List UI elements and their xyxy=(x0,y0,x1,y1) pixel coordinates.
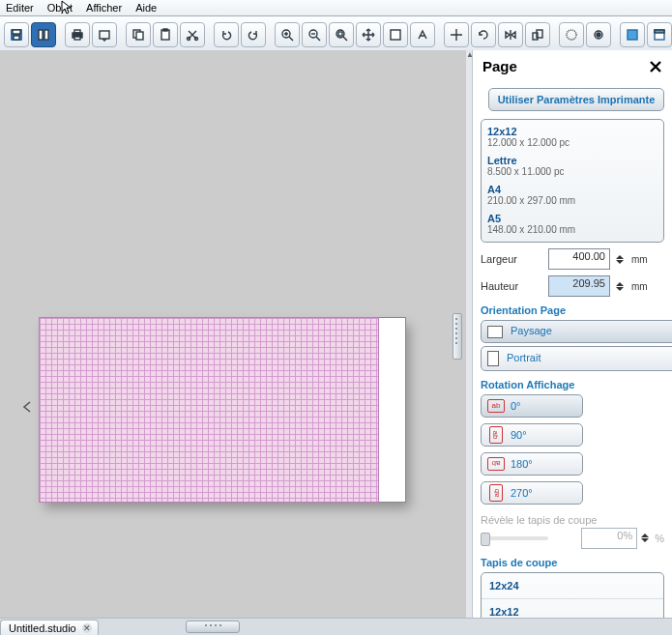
svg-rect-8 xyxy=(100,31,109,39)
rotation-icon: ab xyxy=(487,457,505,471)
bottom-bar: Untitled.studio ✕ xyxy=(0,618,672,635)
panel-title: Page xyxy=(482,58,517,74)
close-panel-button[interactable] xyxy=(649,60,662,73)
svg-rect-18 xyxy=(338,32,342,36)
cut-button[interactable] xyxy=(180,22,205,47)
effects-1-button[interactable] xyxy=(559,22,584,47)
cut-send-button[interactable] xyxy=(92,22,117,47)
height-stepper[interactable] xyxy=(616,276,626,296)
rotation-title: Rotation Affichage xyxy=(481,379,664,390)
fit-page-button[interactable] xyxy=(383,22,408,47)
orientation-title: Orientation Page xyxy=(481,304,664,316)
document-tab-title: Untitled.studio xyxy=(9,622,76,634)
height-input[interactable]: 209.95 xyxy=(548,275,610,297)
rotation-icon: ab xyxy=(487,399,505,413)
copy-button[interactable] xyxy=(126,22,151,47)
page-panel: Page Utiliser Paramètres Imprimante 12x1… xyxy=(472,50,672,619)
text-tool-button[interactable] xyxy=(410,22,435,47)
pan-button[interactable] xyxy=(356,22,381,47)
svg-rect-4 xyxy=(44,30,48,40)
svg-rect-19 xyxy=(391,30,400,40)
page-size-item: 12x1212.000 x 12.000 pc xyxy=(487,124,657,153)
rotation-0-button[interactable]: ab0° xyxy=(481,394,583,418)
width-label: Largeur xyxy=(481,253,542,265)
reveal-unit: % xyxy=(655,533,664,544)
reveal-slider[interactable] xyxy=(481,536,548,540)
vertical-scrollbar[interactable]: ▲ xyxy=(466,50,472,619)
document-tab[interactable]: Untitled.studio ✕ xyxy=(0,620,99,635)
svg-rect-3 xyxy=(39,30,43,40)
rotation-180-button[interactable]: ab180° xyxy=(481,452,583,476)
panel-1-button[interactable] xyxy=(620,22,645,47)
cutting-mat-list[interactable]: 12x24 12x12 Lettre Aucun xyxy=(481,572,664,619)
page-size-list[interactable]: 12x1212.000 x 12.000 pc Lettre8.500 x 11… xyxy=(481,119,664,243)
width-unit: mm xyxy=(631,254,653,265)
reveal-percent-input[interactable]: 0% xyxy=(581,528,637,549)
library-button[interactable] xyxy=(31,22,56,47)
rotation-icon: ab xyxy=(489,426,503,444)
svg-rect-2 xyxy=(14,36,19,40)
rotation-90-button[interactable]: ab90° xyxy=(481,423,583,447)
menu-bar: Editer Objet Afficher Aide xyxy=(0,0,672,16)
menu-editer[interactable]: Editer xyxy=(6,2,34,14)
zoom-out-button[interactable] xyxy=(302,22,327,47)
use-printer-settings-button[interactable]: Utiliser Paramètres Imprimante xyxy=(488,88,664,111)
scale-tool-button[interactable] xyxy=(525,22,550,47)
svg-point-17 xyxy=(336,30,344,38)
mirror-tool-button[interactable] xyxy=(498,22,523,47)
mat-title: Tapis de coupe xyxy=(481,557,664,568)
svg-rect-1 xyxy=(13,30,20,34)
svg-point-24 xyxy=(597,33,600,37)
mat-item[interactable]: 12x12 xyxy=(482,599,663,619)
effects-2-button[interactable] xyxy=(586,22,611,47)
cursor-icon xyxy=(61,0,73,15)
canvas-area: ▲ xyxy=(0,50,472,619)
portrait-icon xyxy=(487,351,499,366)
print-button[interactable] xyxy=(65,22,90,47)
zoom-selection-button[interactable] xyxy=(329,22,354,47)
cutting-mat-grid xyxy=(39,317,379,503)
height-label: Hauteur xyxy=(481,280,542,292)
horizontal-scroll-thumb[interactable] xyxy=(186,621,240,633)
width-input[interactable]: 400.00 xyxy=(548,248,610,270)
menu-afficher[interactable]: Afficher xyxy=(86,2,122,14)
move-tool-button[interactable] xyxy=(444,22,469,47)
mat-item[interactable]: 12x24 xyxy=(482,573,663,599)
reveal-mat-title: Révèle le tapis de coupe xyxy=(481,514,664,526)
collapse-arrow-icon[interactable] xyxy=(21,400,33,414)
svg-rect-7 xyxy=(74,37,80,40)
svg-rect-6 xyxy=(74,30,80,33)
redo-button[interactable] xyxy=(241,22,266,47)
panel-2-button[interactable] xyxy=(647,22,672,47)
zoom-in-button[interactable] xyxy=(275,22,300,47)
main-toolbar xyxy=(0,16,672,54)
panel-splitter-handle[interactable] xyxy=(453,313,462,360)
rotation-icon: ab xyxy=(489,484,503,502)
close-tab-button[interactable]: ✕ xyxy=(82,623,92,633)
paste-button[interactable] xyxy=(153,22,178,47)
svg-rect-10 xyxy=(136,32,143,40)
svg-rect-27 xyxy=(655,30,664,33)
landscape-icon xyxy=(487,326,503,338)
page-size-item: A5148.00 x 210.00 mm xyxy=(487,211,657,240)
work-area: ▲ Page Utiliser Paramètres Imprimante 12… xyxy=(0,50,672,619)
height-unit: mm xyxy=(631,281,653,292)
page-size-item: A4210.00 x 297.00 mm xyxy=(487,182,657,211)
rotation-270-button[interactable]: ab270° xyxy=(481,481,583,505)
save-button[interactable] xyxy=(4,22,29,47)
page-size-item: Lettre8.500 x 11.000 pc xyxy=(487,153,657,182)
menu-aide[interactable]: Aide xyxy=(135,2,157,14)
svg-point-22 xyxy=(567,30,576,40)
undo-button[interactable] xyxy=(214,22,239,47)
svg-rect-25 xyxy=(628,30,637,40)
orientation-portrait-button[interactable]: Portrait xyxy=(481,346,672,371)
width-stepper[interactable] xyxy=(616,249,626,269)
reveal-stepper[interactable] xyxy=(641,529,651,548)
rotate-tool-button[interactable] xyxy=(471,22,496,47)
svg-rect-12 xyxy=(163,29,167,31)
orientation-landscape-button[interactable]: Paysage xyxy=(481,320,672,343)
